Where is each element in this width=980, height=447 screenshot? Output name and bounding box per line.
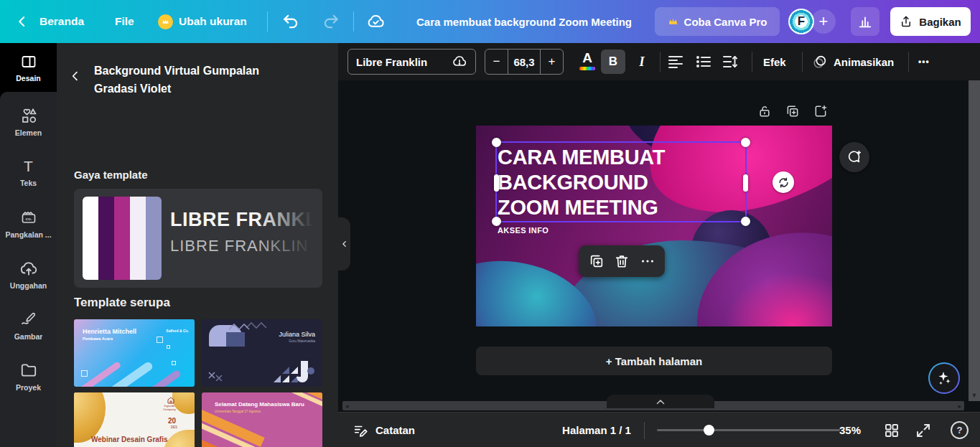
menu-beranda[interactable]: Beranda [39, 0, 84, 43]
lock-button[interactable] [757, 104, 772, 118]
font-size-value[interactable]: 68,3 [508, 50, 540, 74]
projects-icon [19, 361, 38, 380]
brand-kit-icon: co. [19, 208, 38, 227]
template-thumb-mahasiswa[interactable]: Selamat Datang Mahasiswa Baru Universita… [202, 392, 322, 447]
grid-view-button[interactable] [883, 422, 900, 439]
resize-handle-top-left[interactable] [492, 138, 501, 147]
redo-button[interactable] [322, 0, 340, 43]
try-canva-pro-button[interactable]: Coba Canva Pro [655, 7, 780, 36]
similar-section-heading: Template serupa [74, 296, 170, 310]
italic-button[interactable]: I [630, 50, 654, 74]
editor-main: Libre Franklin − 68,3 + A B I Efek Anima… [338, 43, 980, 447]
save-status-button[interactable] [366, 0, 386, 43]
swatch-white [83, 197, 98, 280]
scroll-left-arrow[interactable]: ◂ [345, 403, 349, 410]
font-size-control: − 68,3 + [485, 49, 564, 75]
divider [908, 52, 909, 72]
sidebar-item-proyek[interactable]: Proyek [0, 351, 57, 402]
sidebar-item-unggahan[interactable]: Unggahan [0, 249, 57, 300]
animate-button[interactable]: Animasikan [812, 43, 894, 80]
sidebar-item-elemen[interactable]: Elemen [0, 96, 57, 147]
style-font-bold-sample: LIBRE FRANKLIN [170, 209, 322, 231]
cloud-alert-icon [452, 54, 467, 70]
sidebar-item-teks[interactable]: T Teks [0, 147, 57, 198]
panel-collapse-handle[interactable] [338, 217, 350, 270]
divider [353, 11, 354, 32]
text-icon: T [24, 158, 33, 175]
bar-chart-icon [857, 14, 873, 29]
svg-text:co.: co. [25, 216, 32, 221]
chevron-left-icon [70, 70, 81, 82]
bottom-panel-collapse[interactable] [607, 395, 714, 408]
sidebar-item-desain[interactable]: Desain [0, 43, 57, 92]
template-thumb-juliana[interactable]: Juliana Silva Guru Matematika [202, 319, 322, 387]
resize-handle-left[interactable] [494, 174, 499, 192]
duplicate-page-button[interactable] [785, 104, 800, 118]
home-back-button[interactable] [16, 0, 29, 43]
zoom-slider[interactable] [657, 429, 840, 431]
share-button[interactable]: Bagikan [890, 7, 971, 36]
crown-icon [158, 14, 173, 29]
canvas-subheading-text[interactable]: AKSES INFO [498, 226, 549, 235]
font-size-increase-button[interactable]: + [540, 50, 563, 74]
sidebar-rail-group: Elemen T Teks co. Pangkalan ... Unggahan… [0, 92, 57, 447]
redo-icon [322, 12, 340, 31]
page-actions [757, 104, 828, 118]
selection-box[interactable] [495, 141, 747, 222]
template-style-card[interactable]: LIBRE FRANKLIN LIBRE FRANKLIN [74, 189, 322, 288]
resize-handle-bottom-right[interactable] [741, 217, 750, 226]
rainbow-bar [579, 67, 595, 70]
add-page-button[interactable]: + Tambah halaman [476, 347, 832, 375]
scroll-down-arrow[interactable]: ▼ [969, 392, 980, 399]
resize-handle-right[interactable] [743, 174, 748, 192]
rotate-handle[interactable] [773, 171, 794, 193]
zoom-level[interactable]: 35% [834, 413, 867, 447]
duplicate-element-button[interactable] [589, 253, 605, 269]
resize-handle-top-right[interactable] [741, 138, 750, 147]
chevron-left-icon [341, 240, 348, 248]
design-canvas[interactable]: CARA MEMBUAT BACKGROUND ZOOM MEETING AKS… [476, 126, 832, 326]
notes-button[interactable]: Catatan [353, 413, 415, 447]
resize-handle-bottom-left[interactable] [492, 217, 501, 226]
add-member-button[interactable]: + [811, 9, 836, 34]
sidebar-item-gambar[interactable]: Gambar [0, 300, 57, 351]
resize-button[interactable]: Ubah ukuran [158, 0, 247, 43]
assistant-button[interactable] [928, 362, 960, 394]
more-options-button[interactable] [640, 253, 655, 269]
page-indicator: Halaman 1 / 1 [554, 413, 640, 447]
share-icon [900, 15, 913, 28]
avatar[interactable]: F [788, 9, 814, 34]
sidebar-item-pangkalan[interactable]: co. Pangkalan ... [0, 198, 57, 249]
effects-button[interactable]: Efek [763, 43, 786, 80]
vertical-scrollbar[interactable]: ▼ [969, 43, 980, 401]
help-button[interactable]: ? [951, 421, 969, 439]
scroll-right-arrow[interactable]: ▸ [958, 403, 961, 410]
fullscreen-button[interactable] [915, 422, 932, 439]
animate-icon [812, 54, 828, 70]
bold-button[interactable]: B [601, 50, 625, 74]
delete-button[interactable] [614, 253, 630, 269]
cloud-check-icon [366, 12, 386, 32]
toolbar-more-button[interactable]: ••• [918, 43, 930, 80]
sparkle-icon [935, 370, 953, 387]
font-selector[interactable]: Libre Franklin [347, 49, 476, 75]
template-thumb-webinar[interactable]: Webinar Desain Grafis reallygreatsite.co… [74, 392, 195, 447]
add-page-icon-button[interactable] [813, 104, 828, 118]
list-button[interactable] [695, 53, 714, 70]
add-comment-button[interactable] [839, 142, 869, 172]
template-thumb-henrietta[interactable]: Henrietta Mitchell Pembawa Acara Salford… [74, 319, 195, 387]
insights-button[interactable] [851, 7, 879, 36]
panel-back-button[interactable] [67, 67, 84, 85]
draw-icon [19, 310, 38, 329]
swatch-lavender [130, 197, 146, 280]
text-color-button[interactable]: A [577, 50, 598, 74]
comment-plus-icon [846, 149, 862, 165]
font-size-decrease-button[interactable]: − [485, 50, 508, 74]
zoom-slider-thumb[interactable] [704, 425, 714, 436]
spacing-button[interactable] [722, 53, 740, 70]
text-align-button[interactable] [667, 53, 686, 70]
document-title[interactable]: Cara membuat background Zoom Meeting [402, 0, 646, 43]
menu-file[interactable]: File [115, 0, 134, 43]
undo-button[interactable] [281, 0, 300, 43]
text-toolbar: Libre Franklin − 68,3 + A B I Efek Anima… [338, 43, 980, 80]
